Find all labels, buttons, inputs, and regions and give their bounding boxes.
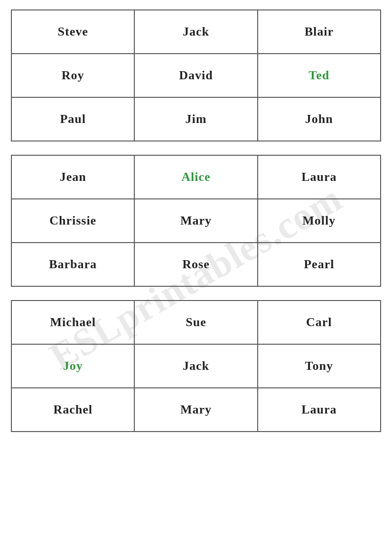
grid-cell-section-3-2-1: Mary	[135, 388, 258, 431]
name-label-Joy-section-3: Joy	[63, 359, 83, 373]
grid-cell-section-1-2-2: John	[258, 98, 380, 141]
grid-row-section-3-0: MichaelSueCarl	[12, 301, 380, 345]
grid-cell-section-1-1-0: Roy	[12, 54, 135, 97]
grid-cell-section-2-2-0: Barbara	[12, 243, 135, 286]
name-label-Laura-section-3: Laura	[301, 403, 336, 417]
name-label-Rose-section-2: Rose	[182, 257, 209, 272]
name-label-Carl-section-3: Carl	[306, 315, 332, 329]
grid-row-section-2-2: BarbaraRosePearl	[12, 243, 380, 286]
grid-cell-section-2-2-1: Rose	[135, 243, 258, 286]
grid-cell-section-1-2-0: Paul	[12, 98, 135, 141]
grid-cell-section-3-0-1: Sue	[135, 301, 258, 344]
grid-row-section-3-1: JoyJackTony	[12, 345, 380, 388]
section-1: SteveJackBlairRoyDavidTedPaulJimJohn	[11, 9, 381, 141]
name-label-Paul-section-1: Paul	[60, 112, 86, 126]
name-label-Mary-section-2: Mary	[180, 214, 212, 228]
grid-cell-section-2-1-1: Mary	[135, 199, 258, 242]
grid-cell-section-3-2-0: Rachel	[12, 388, 135, 431]
name-label-Chrissie-section-2: Chrissie	[49, 214, 96, 228]
grid-cell-section-3-2-2: Laura	[258, 388, 380, 431]
name-label-Mary-section-3: Mary	[180, 403, 212, 417]
grid-cell-section-3-1-1: Jack	[135, 345, 258, 387]
name-label-Sue-section-3: Sue	[186, 315, 206, 329]
grid-cell-section-2-1-2: Molly	[258, 199, 380, 242]
grid-cell-section-2-1-0: Chrissie	[12, 199, 135, 242]
grid-row-section-1-0: SteveJackBlair	[12, 10, 380, 54]
name-label-Jim-section-1: Jim	[186, 112, 207, 126]
grid-cell-section-3-1-0: Joy	[12, 345, 135, 387]
grid-cell-section-1-1-1: David	[135, 54, 258, 97]
name-label-Alice-section-2: Alice	[181, 170, 210, 184]
grid-cell-section-3-0-0: Michael	[12, 301, 135, 344]
grid-row-section-2-0: JeanAliceLaura	[12, 156, 380, 199]
name-label-Roy-section-1: Roy	[62, 68, 84, 83]
name-label-Michael-section-3: Michael	[50, 315, 96, 329]
name-label-John-section-1: John	[305, 112, 333, 126]
grid-cell-section-3-0-2: Carl	[258, 301, 380, 344]
name-label-Rachel-section-3: Rachel	[53, 403, 93, 417]
grid-row-section-3-2: RachelMaryLaura	[12, 388, 380, 431]
grid-cell-section-2-2-2: Pearl	[258, 243, 380, 286]
grid-row-section-1-1: RoyDavidTed	[12, 54, 380, 98]
name-label-Barbara-section-2: Barbara	[49, 257, 97, 272]
grid-cell-section-1-0-0: Steve	[12, 10, 135, 53]
section-3: MichaelSueCarlJoyJackTonyRachelMaryLaura	[11, 300, 381, 432]
grid-cell-section-1-0-1: Jack	[135, 10, 258, 53]
name-label-Steve-section-1: Steve	[58, 25, 88, 39]
grid-cell-section-2-0-1: Alice	[135, 156, 258, 198]
name-label-Pearl-section-2: Pearl	[304, 257, 334, 272]
grid-cell-section-1-2-1: Jim	[135, 98, 258, 141]
grid-cell-section-1-0-2: Blair	[258, 10, 380, 53]
grid-cell-section-2-0-2: Laura	[258, 156, 380, 198]
grid-cell-section-1-1-2: Ted	[258, 54, 380, 97]
name-label-Jean-section-2: Jean	[60, 170, 86, 184]
name-label-Ted-section-1: Ted	[308, 68, 329, 83]
grid-cell-section-2-0-0: Jean	[12, 156, 135, 198]
name-label-Blair-section-1: Blair	[305, 25, 334, 39]
grid-row-section-2-1: ChrissieMaryMolly	[12, 199, 380, 243]
section-2: JeanAliceLauraChrissieMaryMollyBarbaraRo…	[11, 155, 381, 287]
name-label-Molly-section-2: Molly	[302, 214, 336, 228]
name-label-Jack-section-1: Jack	[183, 25, 209, 39]
grid-row-section-1-2: PaulJimJohn	[12, 98, 380, 141]
name-label-David-section-1: David	[179, 68, 213, 83]
name-label-Jack-section-3: Jack	[183, 359, 209, 373]
name-label-Tony-section-3: Tony	[305, 359, 333, 373]
grid-cell-section-3-1-2: Tony	[258, 345, 380, 387]
name-label-Laura-section-2: Laura	[301, 170, 336, 184]
